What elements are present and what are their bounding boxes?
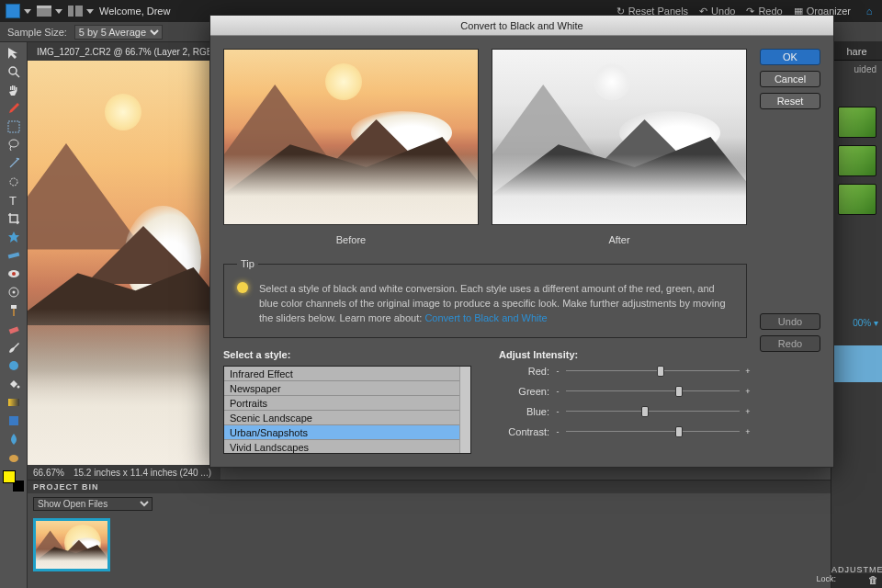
tip-legend: Tip <box>237 258 258 269</box>
adjust-intensity-label: Adjust Intensity: <box>499 349 747 360</box>
svg-point-4 <box>9 67 17 74</box>
brush-tool[interactable] <box>4 338 24 356</box>
crop-tool[interactable] <box>4 209 24 227</box>
ps-menu[interactable] <box>6 4 31 18</box>
app-logo <box>6 4 20 18</box>
layout-menu[interactable] <box>37 6 62 17</box>
blue-slider[interactable]: -+ <box>559 408 747 415</box>
lasso-tool[interactable] <box>4 136 24 153</box>
before-preview <box>223 49 479 225</box>
style-item-urban[interactable]: Urban/Snapshots <box>224 425 470 440</box>
move-tool[interactable] <box>4 44 24 62</box>
style-item-newspaper[interactable]: Newspaper <box>224 381 470 396</box>
type-tool[interactable]: T <box>4 191 24 209</box>
contrast-slider[interactable]: -+ <box>559 428 747 435</box>
before-label: Before <box>336 234 366 245</box>
status-bar: 66.67% 15.2 inches x 11.4 inches (240 ..… <box>28 465 220 480</box>
sample-size-label: Sample Size: <box>7 27 67 38</box>
bulb-icon <box>237 282 248 293</box>
eraser-tool[interactable] <box>4 320 24 337</box>
dialog-undo-button[interactable]: Undo <box>760 313 820 330</box>
svg-line-5 <box>16 74 19 77</box>
listbox-scrollbar[interactable] <box>459 367 470 453</box>
svg-point-9 <box>10 178 17 186</box>
effect-thumb[interactable] <box>838 184 876 215</box>
layer-panel-footer: Lock: 🗑 <box>831 573 882 588</box>
project-bin-thumb[interactable] <box>33 518 110 571</box>
lock-label: Lock: <box>816 574 836 583</box>
convert-bw-dialog: Convert to Black and White Before After <box>209 15 834 468</box>
svg-point-13 <box>12 272 16 276</box>
project-bin: PROJECT BIN Show Open Files <box>28 480 831 588</box>
shape-tool[interactable] <box>4 412 24 429</box>
svg-rect-3 <box>75 6 83 17</box>
guided-tab-fragment: uided <box>831 61 882 78</box>
style-item-scenic[interactable]: Scenic Landscape <box>224 411 470 425</box>
smart-tool[interactable] <box>4 356 24 374</box>
svg-rect-1 <box>37 6 51 8</box>
bucket-tool[interactable] <box>4 375 24 392</box>
svg-point-23 <box>9 455 18 462</box>
eyedropper-tool[interactable] <box>4 99 24 117</box>
after-preview <box>492 49 747 225</box>
trash-icon[interactable]: 🗑 <box>868 574 878 585</box>
tip-box: Tip Select a style of black and white co… <box>223 258 747 338</box>
quickselect-tool[interactable] <box>4 173 24 190</box>
red-slider[interactable]: -+ <box>559 368 747 375</box>
svg-rect-22 <box>9 416 18 425</box>
right-panels: hare uided 00% ▾ ADJUSTMENTS Lock: 🗑 <box>831 42 882 588</box>
svg-point-7 <box>9 140 18 147</box>
marquee-tool[interactable] <box>4 118 24 135</box>
zoom-value: 66.67% <box>33 468 64 478</box>
sponge-tool[interactable] <box>4 448 24 466</box>
sample-size-select[interactable]: 5 by 5 Average <box>74 25 163 40</box>
svg-rect-21 <box>8 399 19 406</box>
style-item-infrared[interactable]: Infrared Effect <box>224 367 470 381</box>
gradient-tool[interactable] <box>4 393 24 411</box>
blue-label: Blue: <box>499 406 549 417</box>
document-tab[interactable]: IMG_1207_2.CR2 @ 66.7% (Layer 2, RGB/8) … <box>28 42 240 61</box>
zoom-percent-fragment[interactable]: 00% ▾ <box>853 318 878 328</box>
dialog-redo-button[interactable]: Redo <box>760 335 820 352</box>
green-label: Green: <box>499 386 549 397</box>
cookie-tool[interactable] <box>4 228 24 245</box>
style-listbox[interactable]: Infrared Effect Newspaper Portraits Scen… <box>223 366 471 454</box>
share-tab[interactable]: hare <box>831 42 882 61</box>
cancel-button[interactable]: Cancel <box>760 71 820 87</box>
green-slider[interactable]: -+ <box>559 388 747 395</box>
welcome-text: Welcome, Drew <box>99 6 170 17</box>
panels-menu[interactable] <box>68 6 94 17</box>
svg-rect-2 <box>68 6 74 17</box>
svg-point-15 <box>12 290 15 293</box>
svg-rect-11 <box>7 252 19 258</box>
after-label: After <box>608 234 629 245</box>
hand-tool[interactable] <box>4 81 24 98</box>
ok-button[interactable]: OK <box>760 49 820 65</box>
redeye-tool[interactable] <box>4 265 24 282</box>
style-item-portraits[interactable]: Portraits <box>224 396 470 411</box>
straighten-tool[interactable] <box>4 246 24 264</box>
project-bin-filter[interactable]: Show Open Files <box>33 497 153 511</box>
project-bin-header: PROJECT BIN <box>28 481 831 493</box>
canvas[interactable] <box>28 61 220 474</box>
reset-button[interactable]: Reset <box>760 93 820 109</box>
color-swatches[interactable] <box>3 470 25 492</box>
tip-link[interactable]: Convert to Black and White <box>424 312 547 323</box>
style-item-vivid[interactable]: Vivid Landscapes <box>224 440 470 454</box>
svg-point-19 <box>9 361 18 370</box>
svg-rect-18 <box>8 326 18 334</box>
blur-tool[interactable] <box>4 430 24 447</box>
effect-thumb[interactable] <box>838 145 876 176</box>
doc-dims: 15.2 inches x 11.4 inches (240 ...) <box>74 468 211 478</box>
effect-thumb[interactable] <box>838 107 876 138</box>
svg-rect-16 <box>11 305 17 309</box>
red-label: Red: <box>499 366 549 377</box>
wand-tool[interactable] <box>4 154 24 172</box>
clone-tool[interactable] <box>4 301 24 319</box>
spot-tool[interactable] <box>4 283 24 300</box>
zoom-tool[interactable] <box>4 62 24 80</box>
svg-point-8 <box>17 158 19 160</box>
svg-point-20 <box>17 385 19 388</box>
select-style-label: Select a style: <box>223 349 471 360</box>
home-icon[interactable]: ⌂ <box>862 4 876 18</box>
